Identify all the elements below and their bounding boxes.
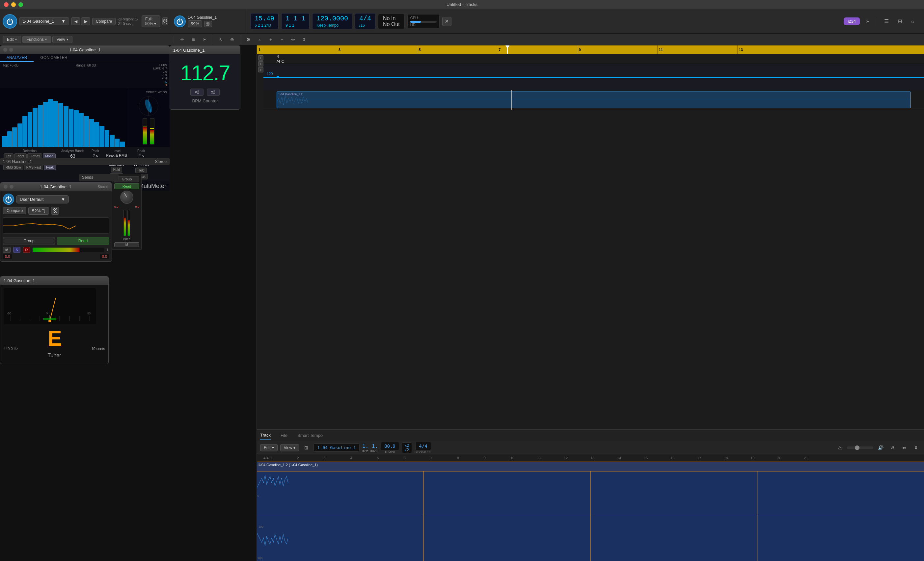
bottom-edit-button[interactable]: Edit ▾ [260,444,278,452]
zoom-slider[interactable] [847,446,873,449]
ruler-mark-9: 9 [577,45,580,54]
toolbar-sep-2 [240,34,240,45]
search-icon[interactable]: ⌕ [908,16,918,27]
rms-slow-btn[interactable]: RMS Slow [3,165,23,170]
expand-h-icon[interactable]: ⇔ [900,443,909,452]
nav-next-button[interactable]: ▶ [81,18,90,26]
rms-fast-btn[interactable]: RMS Fast [24,165,43,170]
settings-icon[interactable]: ⚙ [244,35,253,44]
crosshair-icon[interactable]: ⊕ [228,35,237,44]
channel-power-button[interactable] [3,194,14,205]
volume-icon[interactable]: 🔊 [876,443,885,452]
bpm-power-button[interactable] [174,15,186,27]
pencil-icon[interactable]: ✏ [178,35,187,44]
bottom-view-button[interactable]: View ▾ [280,444,299,452]
zoom-minus[interactable]: + [258,61,263,66]
link-button[interactable]: ⛓ [162,18,168,26]
more-button[interactable]: » [862,16,873,27]
read-btn-mini[interactable]: Read [114,183,139,189]
compare-button[interactable]: Compare [92,18,116,25]
bottom-view-label: View [284,446,292,450]
bottom-mark-15: 15 [644,456,648,460]
scissors-icon[interactable]: ✂ [200,35,209,44]
bpm-pct-display[interactable]: 59% [188,20,202,27]
zoom-out-icon[interactable]: − [277,35,286,44]
lufs-s: 0.0 [163,70,167,74]
channel-preset-dropdown[interactable]: User Default ▼ [16,195,69,204]
mute-button[interactable]: M [3,247,10,253]
db-0: 0 [258,494,266,498]
waveform-icon[interactable]: ≋ [189,35,198,44]
zoom-in-icon[interactable]: + [266,35,275,44]
hamburger-icon[interactable]: ☰ [881,16,892,27]
group-button[interactable]: Group [3,237,55,245]
tempo-point[interactable] [277,76,279,78]
view-button[interactable]: View ▾ [52,36,72,43]
spec-bar-21 [105,130,110,147]
fit-icon[interactable]: ⇔ [288,35,298,44]
channel-pct-display[interactable]: 52% ⇅ [28,207,49,214]
analyzer-tab[interactable]: ANALYZER [0,54,34,62]
bottom-tabs: Track File Smart Tempo [257,430,924,441]
edit-label: Edit [7,37,14,42]
peak-mode-btn[interactable]: Peak [44,165,56,170]
spec-bar-16 [79,113,84,147]
tab-file[interactable]: File [280,433,288,438]
bottom-mark-3: 3 [324,456,326,460]
ruler-mark-5: 5 [417,45,420,54]
waveform-region-top[interactable]: 1-04 Gasoline_1.2 (1-04 Gasoline_1) [257,462,924,471]
channel-link-button[interactable]: ⛓ [51,207,59,214]
preset-dropdown[interactable]: 1-04 Gasoline_1 ▼ [19,17,69,26]
snap-icon[interactable]: ⊞ [302,443,311,452]
edit-button[interactable]: Edit ▾ [3,36,21,43]
zoom-plus[interactable]: + [258,55,263,61]
spec-bar-15 [74,110,79,147]
expand-v-icon[interactable]: ⇕ [912,443,921,452]
zoom-plus-2[interactable]: + [258,67,263,72]
spec-bar-2 [7,131,12,147]
lufs-r: -4.4 [162,77,167,80]
read-button[interactable]: Read [57,237,109,245]
zoom-slider-thumb[interactable] [855,446,860,450]
record-button[interactable]: R [23,247,30,253]
channel-pct-arrows: ⇅ [42,208,45,213]
goniometer-tab[interactable]: GONIOMETER [34,54,74,62]
warning-icon[interactable]: ⚠ [835,443,844,452]
maximize-button[interactable] [18,2,23,7]
dot-ch-1 [4,185,8,189]
mute-mini[interactable]: M [114,242,139,247]
bpm-multiply-btn[interactable]: x2 [207,88,220,96]
bottom-ruler: 4/4 1 2 3 4 5 6 7 8 9 10 11 12 [257,454,924,462]
close-transport-button[interactable]: ✕ [442,17,452,26]
nav-prev-button[interactable]: ◀ [71,18,80,26]
hold-btn-2[interactable]: Hold [111,167,123,172]
zoom-button[interactable]: Full: 50% ▾ [142,15,160,27]
bottom-sig-val: 4/4 [415,442,431,450]
align-icon[interactable]: ⬦ [255,35,264,44]
notes-icon[interactable]: ⊟ [894,16,905,27]
main-transport: 15.49 6 2 1 240 1 1 1 9 1 1 120.0000 Kee… [247,9,924,33]
pan-knob[interactable] [120,190,134,204]
pointer-icon[interactable]: ↖ [216,35,226,44]
solo-button[interactable]: S [13,247,20,253]
minimize-button[interactable] [11,2,16,7]
bpm-divide-btn[interactable]: ×2 [190,88,204,96]
functions-label: Functions [27,37,44,42]
expand-icon[interactable]: ⇕ [300,35,309,44]
tab-track[interactable]: Track [260,431,271,440]
bottom-mark-5: 5 [377,456,379,460]
bottom-mark-10: 10 [510,456,514,460]
plugin-power-button[interactable] [3,14,17,28]
close-button[interactable] [4,2,9,7]
channel-compare-button[interactable]: Compare [3,207,26,214]
bars-val-1: 1 1 1 [285,15,305,22]
bpm-link-button[interactable]: ⛓ [204,21,212,27]
audio-region[interactable]: 1-04 Gasoline_1.2 [277,92,911,108]
undo-icon[interactable]: ↺ [888,443,897,452]
functions-button[interactable]: Functions ▾ [22,36,51,43]
user-badge[interactable]: i234 [844,18,860,25]
channel-preset-row: User Default ▼ [3,194,109,205]
tab-smart-tempo[interactable]: Smart Tempo [297,433,323,438]
tempo-val: 120.0000 [316,15,348,22]
hold-btn-3[interactable]: Hold [135,168,147,173]
